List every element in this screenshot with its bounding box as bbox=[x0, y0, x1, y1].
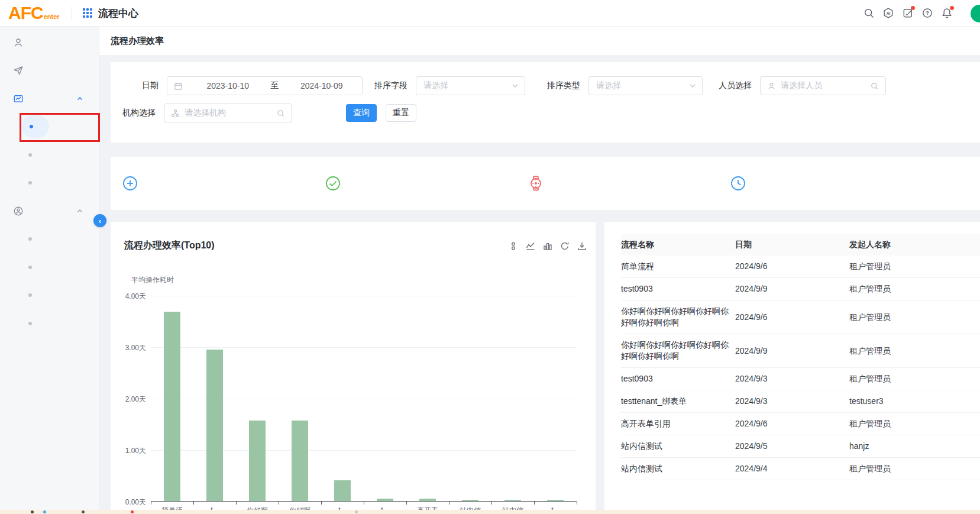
refresh-icon[interactable] bbox=[560, 241, 570, 251]
person-select-input[interactable]: 请选择人员 bbox=[760, 76, 886, 95]
bell-icon[interactable] bbox=[941, 7, 953, 19]
date-label: 日期 bbox=[142, 80, 159, 91]
date-range-input[interactable]: 2023-10-10 至 2024-10-09 bbox=[167, 76, 363, 95]
table-cell: 2024/9/9 bbox=[735, 345, 849, 357]
reset-button[interactable]: 重置 bbox=[386, 104, 416, 122]
table-row[interactable]: 高开表单引用2024/9/6租户管理员 bbox=[621, 413, 980, 435]
table-row[interactable]: 简单流程2024/9/6租户管理员 bbox=[621, 256, 980, 278]
sort-type-select[interactable]: 请选择 bbox=[588, 76, 703, 95]
compose-icon[interactable] bbox=[902, 7, 914, 19]
main-content: 流程办理效率 日期 2023-10-10 至 2024-10-09 排序字段 bbox=[99, 27, 980, 514]
sidebar-item[interactable] bbox=[0, 309, 99, 338]
sidebar-item[interactable] bbox=[0, 282, 99, 310]
table-row[interactable]: 站内信测试2024/9/5hanjz bbox=[621, 435, 980, 458]
sidebar-item[interactable] bbox=[0, 197, 99, 225]
table-row[interactable]: 你好啊你好啊你好啊你好啊你好啊你好啊你啊2024/9/6租户管理员 bbox=[621, 300, 980, 334]
y-axis-tick-label: 1.00天 bbox=[114, 446, 146, 456]
sidebar-item[interactable] bbox=[0, 28, 99, 57]
sort-field-select[interactable]: 请选择 bbox=[416, 76, 525, 95]
stack-icon[interactable] bbox=[509, 241, 518, 251]
date-to-value[interactable]: 2024-10-09 bbox=[282, 81, 363, 90]
divider bbox=[72, 7, 72, 20]
table-cell: 租户管理员 bbox=[849, 261, 980, 272]
calendar-icon bbox=[174, 82, 183, 90]
table-row[interactable]: test09032024/9/3租户管理员 bbox=[621, 368, 980, 390]
table-row[interactable]: testtenant_绑表单2024/9/3testuser3 bbox=[621, 390, 980, 413]
sort-field-label: 排序字段 bbox=[374, 80, 407, 91]
active-item-pill bbox=[21, 115, 49, 138]
sidebar-item[interactable] bbox=[0, 450, 99, 479]
table-cell: 租户管理员 bbox=[849, 463, 980, 474]
sidebar-item-active[interactable] bbox=[0, 113, 99, 141]
sidebar-item[interactable] bbox=[0, 253, 99, 282]
x-axis-tick bbox=[491, 502, 492, 505]
table-cell: 2024/9/5 bbox=[735, 441, 849, 452]
download-icon[interactable] bbox=[577, 241, 587, 251]
table-cell: 租户管理员 bbox=[849, 312, 980, 323]
line-chart-icon[interactable] bbox=[526, 241, 535, 251]
sidebar-item[interactable] bbox=[0, 85, 99, 113]
table-cell: 2024/9/9 bbox=[735, 283, 849, 295]
x-axis-tick bbox=[193, 502, 194, 505]
taskbar-dot bbox=[82, 510, 85, 513]
x-axis-tick bbox=[534, 502, 535, 505]
sidebar-item[interactable] bbox=[0, 422, 99, 450]
table-cell: 你好啊你好啊你好啊你好啊你好啊你好啊你啊 bbox=[621, 340, 735, 362]
app-switcher[interactable]: 流程中心 bbox=[83, 7, 139, 20]
bar bbox=[462, 500, 478, 501]
sidebar-item[interactable] bbox=[0, 57, 99, 85]
sidebar-item[interactable] bbox=[0, 366, 99, 394]
topbar-actions: AI ? bbox=[863, 7, 980, 19]
x-axis-tick bbox=[321, 502, 322, 505]
table-cell: 高开表单引用 bbox=[621, 418, 735, 429]
help-icon[interactable]: ? bbox=[921, 7, 933, 19]
table-cell: 2024/9/6 bbox=[735, 261, 849, 272]
chevron-up-icon[interactable] bbox=[76, 208, 83, 215]
table-cell: 2024/9/6 bbox=[735, 312, 849, 323]
taskbar-dot bbox=[31, 510, 34, 513]
ai-icon[interactable]: AI bbox=[882, 7, 894, 19]
bullet-icon bbox=[28, 293, 32, 297]
sidebar-collapse-button[interactable]: ‹ bbox=[93, 214, 106, 227]
sidebar-item[interactable] bbox=[0, 141, 99, 169]
stat-item bbox=[730, 157, 754, 210]
chart-toolbar bbox=[509, 241, 587, 251]
sidebar-item[interactable] bbox=[0, 338, 99, 366]
bar bbox=[547, 500, 564, 501]
x-axis-tick bbox=[236, 502, 237, 505]
sidebar-item[interactable] bbox=[0, 169, 99, 198]
sort-type-label: 排序类型 bbox=[547, 80, 580, 91]
bar bbox=[206, 350, 223, 501]
notification-dot bbox=[950, 6, 954, 10]
gridline bbox=[151, 296, 577, 296]
bar-chart-plot: 4.00天3.00天2.00天1.00天0.00天简单流t...你好啊你好啊t.… bbox=[151, 296, 577, 502]
bar-chart-icon[interactable] bbox=[543, 241, 552, 251]
chevron-down-icon bbox=[512, 82, 519, 89]
sidebar-item[interactable] bbox=[0, 225, 99, 254]
sidebar-item[interactable] bbox=[0, 394, 99, 422]
stat-item bbox=[325, 157, 349, 210]
org-select-input[interactable]: 请选择机构 bbox=[164, 104, 292, 122]
table-row[interactable]: test09032024/9/9租户管理员 bbox=[621, 278, 980, 300]
table-row[interactable]: 站内信测试2024/9/4租户管理员 bbox=[621, 458, 980, 480]
gridline bbox=[151, 347, 577, 348]
table-cell: 你好啊你好啊你好啊你好啊你好啊你好啊你啊 bbox=[621, 306, 735, 328]
apps-grid-icon bbox=[83, 8, 93, 18]
date-from-value[interactable]: 2023-10-10 bbox=[187, 81, 269, 90]
table-cell: 2024/9/4 bbox=[735, 463, 849, 474]
bullet-icon bbox=[28, 181, 32, 185]
org-label: 机构选择 bbox=[122, 108, 156, 118]
search-icon[interactable] bbox=[863, 7, 875, 19]
table-cell: 租户管理员 bbox=[849, 418, 980, 429]
table-row[interactable]: 你好啊你好啊你好啊你好啊你好啊你好啊你啊2024/9/9租户管理员 bbox=[621, 334, 980, 368]
chevron-up-icon[interactable] bbox=[76, 95, 83, 102]
bullet-icon bbox=[28, 266, 32, 269]
person-icon bbox=[767, 82, 776, 90]
logo-text: AFC bbox=[8, 4, 43, 22]
table-cell: 站内信测试 bbox=[621, 441, 735, 452]
y-axis-tick-label: 3.00天 bbox=[114, 343, 146, 353]
search-button[interactable]: 查询 bbox=[346, 104, 377, 122]
stat-item bbox=[528, 157, 552, 210]
table-cell: 简单流程 bbox=[621, 261, 735, 272]
table-cell: 2024/9/6 bbox=[735, 418, 849, 429]
